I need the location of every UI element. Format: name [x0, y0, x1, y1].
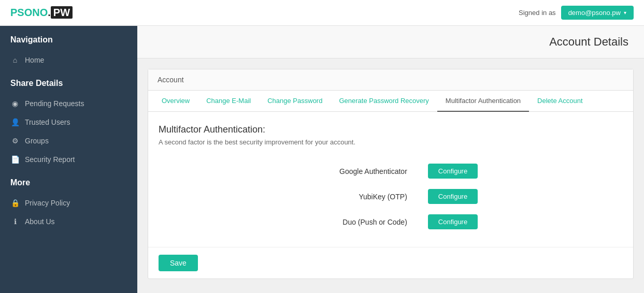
brand-dot: .	[48, 7, 51, 18]
navbar-right: Signed in as demo@psono.pw ▾	[519, 6, 634, 20]
account-card: Account Overview Change E-Mail Change Pa…	[148, 69, 634, 279]
sidebar-item-pending-requests[interactable]: ◉ Pending Requests	[0, 94, 137, 113]
sidebar-item-privacy-policy[interactable]: 🔒 Privacy Policy	[0, 194, 137, 212]
brand-pw: PW	[51, 6, 73, 19]
signed-in-label: Signed in as	[519, 9, 556, 17]
sidebar-item-trusted-users[interactable]: 👤 Trusted Users	[0, 113, 137, 131]
about-icon: ℹ	[10, 217, 20, 226]
tabs-container: Overview Change E-Mail Change Password G…	[148, 91, 633, 112]
mfa-subtitle: A second factor is the best security imp…	[159, 138, 623, 146]
tab-multifactor-auth[interactable]: Multifactor Authentication	[437, 91, 529, 112]
mfa-tab-content: Multifactor Authentication: A second fac…	[148, 112, 633, 247]
sidebar-item-home[interactable]: ⌂ Home	[0, 51, 137, 69]
save-area: Save	[148, 247, 633, 279]
tab-change-password-label: Change Password	[267, 97, 322, 105]
sidebar-groups-label: Groups	[25, 137, 49, 145]
duo-configure-button[interactable]: Configure	[428, 214, 478, 229]
page-title: Account Details	[153, 35, 628, 49]
google-authenticator-label: Google Authenticator	[304, 167, 407, 175]
brand-psono: PSONO	[10, 7, 48, 18]
privacy-icon: 🔒	[10, 199, 20, 207]
page-header: Account Details	[137, 26, 644, 58]
save-button[interactable]: Save	[159, 255, 198, 271]
user-email-label: demo@psono.pw	[568, 9, 621, 17]
navigation-section-header: Navigation	[0, 26, 137, 51]
tab-change-email-label: Change E-Mail	[206, 97, 251, 105]
tab-change-password[interactable]: Change Password	[259, 91, 331, 112]
sidebar-pending-label: Pending Requests	[25, 99, 84, 108]
sidebar: Navigation ⌂ Home Share Details ◉ Pendin…	[0, 26, 137, 293]
tab-overview-label: Overview	[162, 97, 190, 105]
tab-delete-account[interactable]: Delete Account	[529, 91, 591, 112]
tab-generate-recovery-label: Generate Password Recovery	[339, 97, 428, 105]
navbar: PSONO.PW Signed in as demo@psono.pw ▾	[0, 0, 644, 26]
share-details-section-header: Share Details	[0, 69, 137, 94]
sidebar-home-label: Home	[25, 56, 44, 64]
google-authenticator-configure-button[interactable]: Configure	[428, 164, 478, 179]
sidebar-item-security-report[interactable]: 📄 Security Report	[0, 150, 137, 169]
mfa-row-yubikey: YubiKey (OTP) Configure	[190, 189, 592, 204]
tab-delete-account-label: Delete Account	[537, 97, 582, 105]
duo-label: Duo (Push or Code)	[304, 218, 407, 226]
pending-icon: ◉	[10, 99, 20, 108]
tab-generate-recovery[interactable]: Generate Password Recovery	[331, 91, 437, 112]
content-area: Account Details Account Overview Change …	[137, 26, 644, 293]
home-icon: ⌂	[10, 56, 20, 64]
mfa-row-duo: Duo (Push or Code) Configure	[190, 214, 592, 229]
sidebar-privacy-label: Privacy Policy	[25, 199, 70, 207]
security-report-icon: 📄	[10, 155, 20, 164]
yubikey-configure-button[interactable]: Configure	[428, 189, 478, 204]
mfa-title: Multifactor Authentication:	[159, 124, 623, 135]
mfa-methods-list: Google Authenticator Configure YubiKey (…	[159, 158, 623, 235]
tab-change-email[interactable]: Change E-Mail	[198, 91, 259, 112]
brand-logo: PSONO.PW	[10, 7, 73, 19]
groups-icon: ⚙	[10, 137, 20, 145]
card-header: Account	[148, 69, 633, 91]
sidebar-security-label: Security Report	[25, 155, 75, 164]
main-layout: Navigation ⌂ Home Share Details ◉ Pendin…	[0, 26, 644, 293]
sidebar-item-groups[interactable]: ⚙ Groups	[0, 131, 137, 150]
user-icon: 👤	[10, 118, 20, 126]
dropdown-caret-icon: ▾	[624, 10, 626, 16]
sidebar-about-label: About Us	[25, 217, 55, 226]
user-dropdown-button[interactable]: demo@psono.pw ▾	[561, 6, 634, 20]
tab-overview[interactable]: Overview	[153, 91, 198, 112]
more-section-header: More	[0, 169, 137, 194]
mfa-row-google: Google Authenticator Configure	[190, 164, 592, 179]
sidebar-trusted-label: Trusted Users	[25, 118, 70, 126]
yubikey-otp-label: YubiKey (OTP)	[304, 193, 407, 201]
tab-multifactor-label: Multifactor Authentication	[446, 97, 521, 105]
sidebar-item-about-us[interactable]: ℹ About Us	[0, 212, 137, 231]
